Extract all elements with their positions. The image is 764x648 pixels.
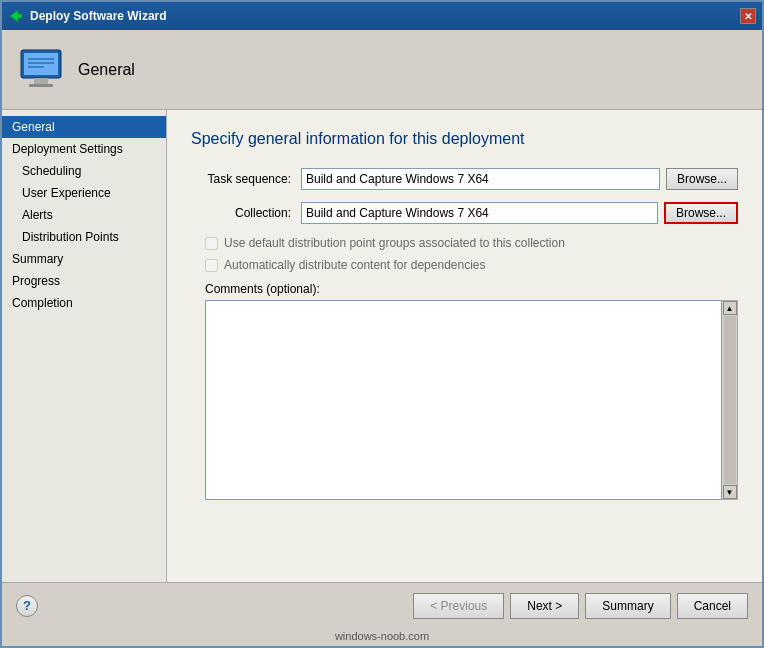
nav-item-user-experience[interactable]: User Experience (2, 182, 166, 204)
comments-textarea[interactable] (205, 300, 722, 500)
comments-area: ▲ ▼ (205, 300, 738, 500)
help-button[interactable]: ? (16, 595, 38, 617)
wizard-main: Specify general information for this dep… (167, 110, 762, 582)
nav-item-scheduling[interactable]: Scheduling (2, 160, 166, 182)
wizard-body: General Deployment Settings Scheduling U… (2, 110, 762, 582)
collection-row: Collection: Browse... (191, 202, 738, 224)
nav-item-alerts[interactable]: Alerts (2, 204, 166, 226)
task-sequence-label: Task sequence: (191, 172, 301, 186)
nav-item-progress[interactable]: Progress (2, 270, 166, 292)
title-bar-text: Deploy Software Wizard (30, 9, 167, 23)
wizard-header-title: General (78, 61, 135, 79)
footer-buttons: < Previous Next > Summary Cancel (413, 593, 748, 619)
checkbox-default-distribution[interactable] (205, 237, 218, 250)
title-bar-left: Deploy Software Wizard (8, 8, 167, 24)
collection-input[interactable] (301, 202, 658, 224)
wizard-window: Deploy Software Wizard ✕ General General… (0, 0, 764, 648)
wizard-title-icon (8, 8, 24, 24)
collection-browse-button[interactable]: Browse... (664, 202, 738, 224)
comments-scrollbar[interactable]: ▲ ▼ (722, 300, 738, 500)
nav-item-distribution-points[interactable]: Distribution Points (2, 226, 166, 248)
svg-marker-0 (10, 10, 22, 22)
computer-icon (16, 45, 66, 95)
svg-rect-2 (24, 53, 58, 75)
checkbox-auto-distribute-label: Automatically distribute content for dep… (224, 258, 486, 272)
scroll-up-arrow[interactable]: ▲ (723, 301, 737, 315)
cancel-button[interactable]: Cancel (677, 593, 748, 619)
previous-button[interactable]: < Previous (413, 593, 504, 619)
collection-label: Collection: (191, 206, 301, 220)
watermark: windows-noob.com (2, 628, 762, 646)
comments-label: Comments (optional): (191, 282, 738, 296)
svg-rect-3 (34, 78, 48, 84)
nav-item-completion[interactable]: Completion (2, 292, 166, 314)
nav-item-general[interactable]: General (2, 116, 166, 138)
task-sequence-row: Task sequence: Browse... (191, 168, 738, 190)
summary-button[interactable]: Summary (585, 593, 670, 619)
svg-rect-4 (29, 84, 53, 87)
footer-left: ? (16, 595, 38, 617)
close-button[interactable]: ✕ (740, 8, 756, 24)
checkbox-row-1: Use default distribution point groups as… (191, 236, 738, 250)
task-sequence-input[interactable] (301, 168, 660, 190)
nav-item-summary[interactable]: Summary (2, 248, 166, 270)
title-bar: Deploy Software Wizard ✕ (2, 2, 762, 30)
wizard-nav: General Deployment Settings Scheduling U… (2, 110, 167, 582)
checkbox-row-2: Automatically distribute content for dep… (191, 258, 738, 272)
scroll-thumb (724, 316, 736, 484)
wizard-header: General (2, 30, 762, 110)
scroll-down-arrow[interactable]: ▼ (723, 485, 737, 499)
main-title: Specify general information for this dep… (191, 130, 738, 148)
nav-item-deployment-settings[interactable]: Deployment Settings (2, 138, 166, 160)
next-button[interactable]: Next > (510, 593, 579, 619)
checkbox-default-distribution-label: Use default distribution point groups as… (224, 236, 565, 250)
wizard-footer: ? < Previous Next > Summary Cancel (2, 582, 762, 628)
task-sequence-browse-button[interactable]: Browse... (666, 168, 738, 190)
checkbox-auto-distribute[interactable] (205, 259, 218, 272)
